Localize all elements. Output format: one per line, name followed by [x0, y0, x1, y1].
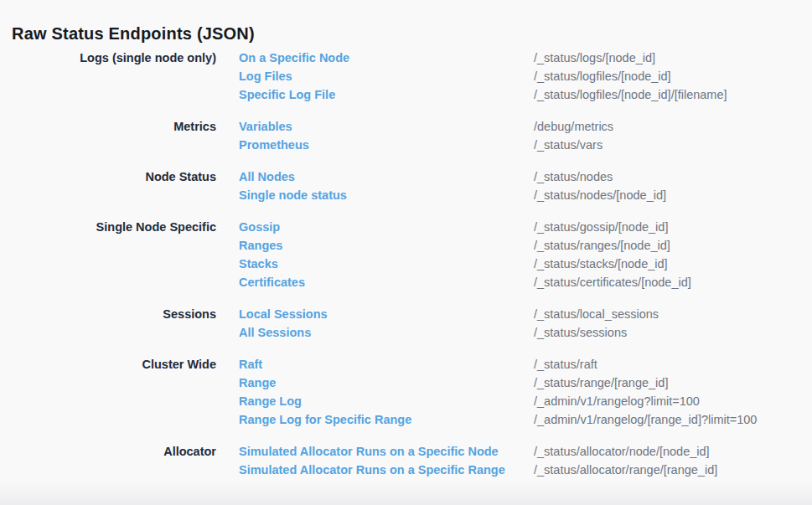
endpoint-section: Single Node Specific Gossip /_status/gos…	[0, 218, 812, 291]
table-row: Specific Log File /_status/logfiles/[nod…	[239, 85, 727, 104]
endpoint-path: /_status/certificates/[node_id]	[534, 273, 691, 291]
section-rows: All Nodes /_status/nodes Single node sta…	[239, 167, 666, 204]
endpoint-path: /_status/logs/[node_id]	[534, 49, 655, 67]
table-row: All Nodes /_status/nodes	[239, 167, 666, 186]
table-row: Prometheus /_status/vars	[239, 136, 613, 154]
table-row: All Sessions /_status/sessions	[239, 323, 659, 342]
endpoint-path: /_status/gossip/[node_id]	[534, 218, 668, 236]
table-row: Single node status /_status/nodes/[node_…	[239, 186, 666, 204]
page-title: Raw Status Endpoints (JSON)	[12, 23, 255, 44]
table-row: On a Specific Node /_status/logs/[node_i…	[239, 49, 727, 67]
table-row: Gossip /_status/gossip/[node_id]	[239, 218, 691, 236]
endpoint-link[interactable]: Stacks	[239, 255, 534, 273]
endpoint-path: /_status/raft	[534, 355, 597, 374]
endpoint-section: Allocator Simulated Allocator Runs on a …	[0, 442, 812, 479]
endpoint-link[interactable]: Single node status	[239, 186, 534, 204]
endpoint-path: /_status/nodes/[node_id]	[534, 186, 666, 204]
endpoint-link[interactable]: Prometheus	[239, 136, 534, 154]
category-label: Metrics	[0, 117, 216, 136]
endpoint-link[interactable]: Range	[239, 374, 534, 392]
section-rows: Local Sessions /_status/local_sessions A…	[239, 305, 659, 342]
category-label: Allocator	[0, 442, 216, 461]
table-row: Simulated Allocator Runs on a Specific R…	[239, 461, 717, 479]
endpoint-link[interactable]: Range Log for Specific Range	[239, 410, 534, 429]
category-label: Sessions	[0, 305, 216, 323]
endpoints-table: Logs (single node only) On a Specific No…	[0, 49, 812, 492]
endpoint-path: /_admin/v1/rangelog/[range_id]?limit=100	[534, 410, 757, 429]
endpoint-link[interactable]: Variables	[239, 117, 534, 136]
endpoint-link[interactable]: Log Files	[239, 67, 534, 85]
endpoint-link[interactable]: All Nodes	[239, 167, 534, 186]
endpoint-path: /_status/stacks/[node_id]	[534, 255, 668, 273]
category-label: Node Status	[0, 167, 216, 186]
endpoint-link[interactable]: Ranges	[239, 236, 534, 255]
table-row: Certificates /_status/certificates/[node…	[239, 273, 691, 291]
endpoint-path: /_status/allocator/range/[range_id]	[534, 461, 717, 479]
section-rows: Simulated Allocator Runs on a Specific N…	[239, 442, 717, 479]
table-row: Raft /_status/raft	[239, 355, 757, 374]
endpoint-link[interactable]: On a Specific Node	[239, 49, 534, 67]
endpoint-path: /_status/allocator/node/[node_id]	[534, 442, 710, 461]
table-row: Simulated Allocator Runs on a Specific N…	[239, 442, 717, 461]
category-label: Logs (single node only)	[0, 49, 216, 67]
endpoint-link[interactable]: Simulated Allocator Runs on a Specific R…	[239, 461, 534, 479]
table-row: Variables /debug/metrics	[239, 117, 613, 136]
endpoint-section: Node Status All Nodes /_status/nodes Sin…	[0, 167, 812, 204]
section-rows: Raft /_status/raft Range /_status/range/…	[239, 355, 757, 429]
endpoint-path: /_status/ranges/[node_id]	[534, 236, 670, 255]
section-rows: Variables /debug/metrics Prometheus /_st…	[239, 117, 613, 154]
endpoint-path: /_status/logfiles/[node_id]	[534, 67, 671, 85]
endpoint-path: /_status/sessions	[534, 323, 627, 342]
endpoint-link[interactable]: Range Log	[239, 392, 534, 410]
table-row: Ranges /_status/ranges/[node_id]	[239, 236, 691, 255]
section-rows: On a Specific Node /_status/logs/[node_i…	[239, 49, 727, 104]
category-label: Single Node Specific	[0, 218, 216, 236]
table-row: Range Log /_admin/v1/rangelog?limit=100	[239, 392, 757, 410]
table-row: Local Sessions /_status/local_sessions	[239, 305, 659, 323]
category-label: Cluster Wide	[0, 355, 216, 374]
endpoint-path: /_status/vars	[534, 136, 603, 154]
endpoint-link[interactable]: All Sessions	[239, 323, 534, 342]
endpoint-section: Cluster Wide Raft /_status/raft Range /_…	[0, 355, 812, 429]
endpoint-link[interactable]: Raft	[239, 355, 534, 374]
endpoint-link[interactable]: Local Sessions	[239, 305, 534, 323]
section-rows: Gossip /_status/gossip/[node_id] Ranges …	[239, 218, 691, 291]
table-row: Log Files /_status/logfiles/[node_id]	[239, 67, 727, 85]
endpoint-section: Metrics Variables /debug/metrics Prometh…	[0, 117, 812, 154]
table-row: Stacks /_status/stacks/[node_id]	[239, 255, 691, 273]
endpoint-section: Logs (single node only) On a Specific No…	[0, 49, 812, 104]
endpoint-path: /_status/local_sessions	[534, 305, 659, 323]
table-row: Range /_status/range/[range_id]	[239, 374, 757, 392]
endpoint-link[interactable]: Certificates	[239, 273, 534, 291]
table-row: Range Log for Specific Range /_admin/v1/…	[239, 410, 757, 429]
endpoint-path: /_admin/v1/rangelog?limit=100	[534, 392, 700, 410]
endpoint-path: /_status/logfiles/[node_id]/[filename]	[534, 85, 727, 104]
endpoint-link[interactable]: Specific Log File	[239, 85, 534, 104]
endpoint-link[interactable]: Gossip	[239, 218, 534, 236]
endpoint-path: /debug/metrics	[534, 117, 613, 136]
endpoint-path: /_status/range/[range_id]	[534, 374, 668, 392]
endpoint-link[interactable]: Simulated Allocator Runs on a Specific N…	[239, 442, 534, 461]
endpoint-section: Sessions Local Sessions /_status/local_s…	[0, 305, 812, 342]
endpoint-path: /_status/nodes	[534, 167, 613, 186]
